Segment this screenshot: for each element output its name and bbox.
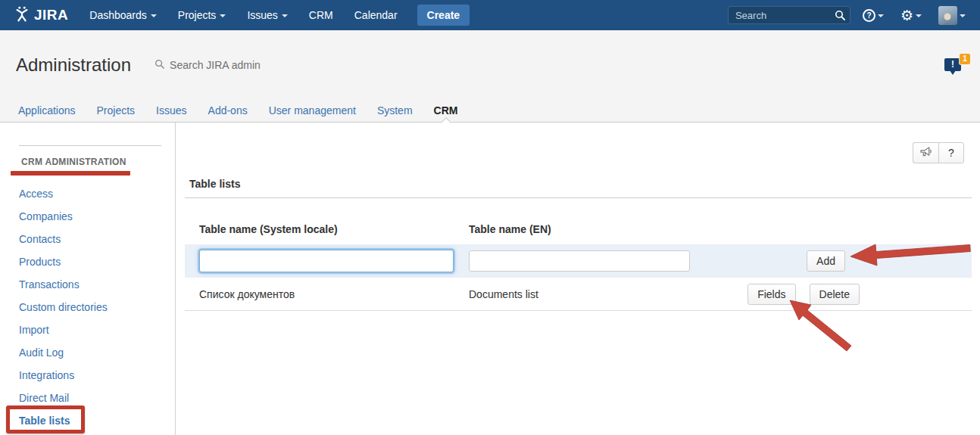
table-name-en-input[interactable] xyxy=(469,250,690,272)
tab-applications[interactable]: Applications xyxy=(11,99,83,123)
settings-menu[interactable]: ⚙ xyxy=(896,8,926,23)
avatar xyxy=(938,6,957,25)
chevron-down-icon xyxy=(878,14,884,17)
page-title: Administration xyxy=(16,54,131,76)
nav-dashboards[interactable]: Dashboards xyxy=(79,0,167,30)
table-name-system-locale-input[interactable] xyxy=(199,250,454,272)
column-header-system-locale: Table name (System locale) xyxy=(199,223,469,235)
top-navigation-bar: JIRA Dashboards Projects Issues CRM Cale… xyxy=(0,0,980,30)
nav-calendar[interactable]: Calendar xyxy=(344,0,408,30)
tab-crm[interactable]: CRM xyxy=(427,99,465,123)
admin-tab-bar: Applications Projects Issues Add-ons Use… xyxy=(0,99,980,123)
sidebar-divider xyxy=(19,145,161,146)
chevron-down-icon xyxy=(282,14,288,17)
search-icon[interactable] xyxy=(835,10,845,23)
cell-name-en: Documents list xyxy=(469,288,747,300)
table-row: Список документов Documents list Fields … xyxy=(185,278,972,311)
sidebar-item-label[interactable]: Table lists xyxy=(19,415,70,427)
sidebar-item-label[interactable]: Companies xyxy=(19,210,73,222)
annotation-underline-crm-administration xyxy=(11,171,130,176)
table-lists-table: Table name (System locale) Table name (E… xyxy=(185,198,972,311)
nav-issues[interactable]: Issues xyxy=(236,0,298,30)
sidebar-item-label[interactable]: Integrations xyxy=(19,369,74,381)
column-header-en: Table name (EN) xyxy=(469,223,551,235)
sidebar-item-import[interactable]: Import xyxy=(0,318,175,341)
speech-bubble-icon: ! xyxy=(944,58,961,71)
page-help-button[interactable]: ? xyxy=(938,142,964,163)
sidebar-item-products[interactable]: Products xyxy=(0,250,175,273)
sidebar-item-companies[interactable]: Companies xyxy=(0,205,175,228)
sidebar-item-transactions[interactable]: Transactions xyxy=(0,273,175,296)
speech-bubble-tail xyxy=(950,70,956,75)
jira-logo-text: JIRA xyxy=(34,7,68,23)
jira-logo[interactable]: JIRA xyxy=(14,6,68,25)
create-button[interactable]: Create xyxy=(417,5,470,26)
global-search xyxy=(728,6,850,24)
sidebar-item-audit-log[interactable]: Audit Log xyxy=(0,341,175,364)
announce-button[interactable] xyxy=(913,142,938,163)
content-area: ? Table lists Table name (System locale)… xyxy=(176,123,980,435)
nav-crm[interactable]: CRM xyxy=(298,0,344,30)
chevron-down-icon xyxy=(151,14,157,17)
section-heading: Table lists xyxy=(189,178,980,190)
admin-search xyxy=(154,59,298,71)
sidebar-item-integrations[interactable]: Integrations xyxy=(0,364,175,387)
user-menu[interactable] xyxy=(934,6,970,25)
jira-logo-icon xyxy=(14,6,30,25)
delete-button[interactable]: Delete xyxy=(810,284,860,305)
sidebar-item-label[interactable]: Audit Log xyxy=(19,346,64,359)
tab-system[interactable]: System xyxy=(370,99,420,123)
sidebar-item-table-lists[interactable]: Table lists xyxy=(0,409,175,432)
sidebar-item-label[interactable]: Direct Mail xyxy=(19,392,69,404)
sidebar-item-label[interactable]: Products xyxy=(19,256,61,268)
fields-button[interactable]: Fields xyxy=(747,284,795,305)
nav-projects[interactable]: Projects xyxy=(167,0,237,30)
global-search-input[interactable] xyxy=(728,6,850,24)
tab-issues[interactable]: Issues xyxy=(149,99,193,123)
notification-badge: 1 xyxy=(960,54,970,64)
sidebar-item-label[interactable]: Custom directories xyxy=(19,301,108,313)
sidebar-item-label[interactable]: Contacts xyxy=(19,233,61,245)
sidebar-item-access[interactable]: Access xyxy=(0,182,175,205)
sidebar-heading: CRM ADMINISTRATION xyxy=(21,157,175,167)
table-header-row: Table name (System locale) Table name (E… xyxy=(185,198,972,244)
nav-projects-label: Projects xyxy=(178,9,217,21)
tab-user-management[interactable]: User management xyxy=(262,99,363,123)
megaphone-icon xyxy=(919,146,933,160)
cell-name-locale: Список документов xyxy=(199,288,469,300)
nav-issues-label: Issues xyxy=(247,9,277,21)
add-row: Add xyxy=(185,244,972,278)
admin-header: Administration ! 1 xyxy=(0,30,980,99)
chevron-down-icon xyxy=(916,14,922,17)
sidebar-item-label[interactable]: Transactions xyxy=(19,278,80,291)
sidebar-item-custom-directories[interactable]: Custom directories xyxy=(0,296,175,318)
chevron-down-icon xyxy=(960,14,966,17)
help-menu[interactable]: ? xyxy=(858,9,888,22)
tab-add-ons[interactable]: Add-ons xyxy=(201,99,254,123)
chevron-down-icon xyxy=(220,14,226,17)
nav-dashboards-label: Dashboards xyxy=(89,9,147,21)
nav-calendar-label: Calendar xyxy=(354,9,398,21)
nav-crm-label: CRM xyxy=(309,9,333,21)
add-button[interactable]: Add xyxy=(807,250,845,272)
sidebar-item-contacts[interactable]: Contacts xyxy=(0,228,175,250)
search-icon xyxy=(154,59,164,71)
tab-projects[interactable]: Projects xyxy=(90,99,142,123)
help-icon: ? xyxy=(863,9,875,22)
admin-search-input[interactable] xyxy=(170,59,298,71)
crm-admin-sidebar: CRM ADMINISTRATION Access Companies Cont… xyxy=(0,123,176,435)
sidebar-item-label[interactable]: Import xyxy=(19,324,49,336)
sidebar-item-direct-mail[interactable]: Direct Mail xyxy=(0,387,175,409)
sidebar-item-label[interactable]: Access xyxy=(19,188,53,200)
notification-icon[interactable]: ! 1 xyxy=(944,54,970,76)
gear-icon: ⚙ xyxy=(900,8,913,23)
